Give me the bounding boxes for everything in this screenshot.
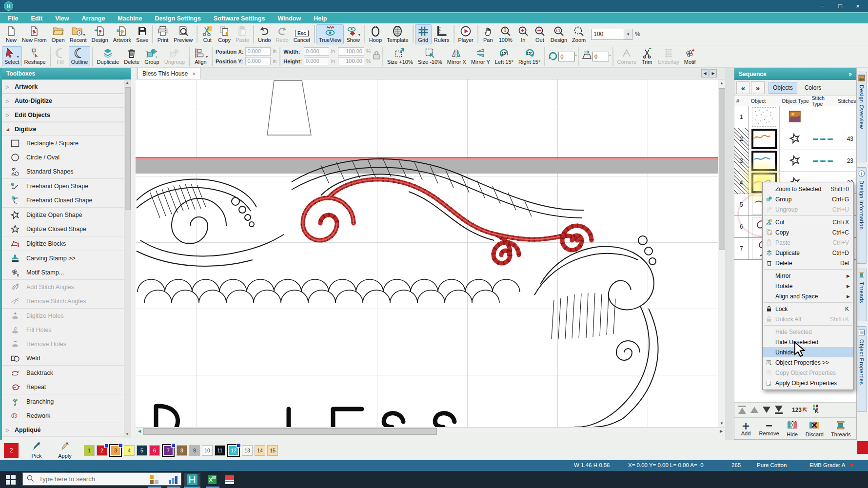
scale-x-input[interactable]: 100.00 xyxy=(338,47,364,56)
menu-item-paste[interactable]: PasteCtrl+V xyxy=(763,237,853,248)
align-button[interactable]: ▾Align xyxy=(191,46,210,66)
color-swatch-1[interactable]: 1 xyxy=(84,445,95,456)
save-button[interactable]: Save xyxy=(134,24,151,44)
minimize-button[interactable]: − xyxy=(817,2,828,10)
menu-item-delete[interactable]: DeleteDel xyxy=(763,258,853,268)
skew-angle-input[interactable]: 0 xyxy=(592,52,609,61)
menu-edit[interactable]: Edit xyxy=(31,15,43,22)
toolbox-item-freehand-closed[interactable]: Freehand Closed Shape xyxy=(2,193,131,207)
menu-file[interactable]: File xyxy=(8,15,19,22)
toolbox-group-digitize[interactable]: ◢Digitize xyxy=(2,122,131,136)
preview-button[interactable]: Preview xyxy=(171,24,195,44)
menu-item-unlock-all[interactable]: Unlock AllShift+K xyxy=(763,314,853,324)
scrollbar-thumb[interactable] xyxy=(143,428,437,435)
menu-window[interactable]: Window xyxy=(277,15,301,22)
mirror-y-button[interactable]: Mirror Y xyxy=(469,46,493,66)
template-button[interactable]: Template xyxy=(384,24,411,44)
resequence-by-number-button[interactable]: 123 xyxy=(792,407,808,413)
scroll-down-icon[interactable]: ▼ xyxy=(124,431,130,438)
hoop-button[interactable]: Hoop xyxy=(367,24,384,44)
tab-threads[interactable]: Threads xyxy=(857,269,867,321)
toolbox-item-add-stitch-angles[interactable]: Add Stitch Angles xyxy=(2,279,131,294)
toolbox-item-branching[interactable]: Branching xyxy=(2,394,131,409)
rotate-left-15-button[interactable]: 15°Left 15° xyxy=(493,46,516,66)
restore-button[interactable]: □ xyxy=(835,2,846,10)
add-button[interactable]: ＋Add xyxy=(740,421,752,436)
grid-button[interactable]: Grid xyxy=(415,24,432,44)
toolbox-scrollbar[interactable]: ▲ ▼ xyxy=(124,79,131,438)
move-down-button[interactable] xyxy=(763,407,770,413)
toolbox-item-redwork[interactable]: Redwork xyxy=(2,409,131,423)
menu-item-group[interactable]: GroupCtrl+G xyxy=(763,194,853,204)
trim-button[interactable]: Trim xyxy=(639,46,655,66)
toolbox-item-weld[interactable]: Weld xyxy=(2,351,131,365)
toolbox-item-digitize-closed-shape[interactable]: Digitize Closed Shape xyxy=(2,222,131,236)
aspect-lock-icon[interactable] xyxy=(372,50,381,63)
toolbox-item-remove-stitch-angles[interactable]: Remove Stitch Angles xyxy=(2,294,131,308)
size-down-button[interactable]: Size -10% xyxy=(415,46,445,66)
fill-button[interactable]: Fill xyxy=(52,46,69,66)
scroll-up-icon[interactable]: ▲ xyxy=(124,79,130,86)
scale-y-input[interactable]: 100.00 xyxy=(338,57,364,65)
toolbox-group-applique[interactable]: ▷Appliqué xyxy=(2,423,131,437)
toolbox-item-digitize-holes[interactable]: Digitize Holes xyxy=(2,308,131,323)
menu-arrange[interactable]: Arrange xyxy=(81,15,105,22)
color-swatch-5[interactable]: 5 xyxy=(137,445,147,456)
resequence-by-color-button[interactable] xyxy=(812,404,820,415)
height-input[interactable]: 0.000 xyxy=(304,57,329,65)
artwork-button[interactable]: Artwork xyxy=(111,24,134,44)
toolbox-item-digitize-open-shape[interactable]: Digitize Open Shape xyxy=(2,207,131,222)
corners-button[interactable]: Corners xyxy=(615,46,639,66)
close-button[interactable]: × xyxy=(852,2,863,10)
toolbox-item-backtrack[interactable]: Backtrack xyxy=(2,365,131,380)
paste-button[interactable]: Paste xyxy=(233,24,252,44)
rotate-angle-input[interactable]: 0 xyxy=(558,52,575,61)
taskbar-app-chart[interactable] xyxy=(167,473,179,486)
taskbar-app-hatch-active[interactable] xyxy=(184,473,200,486)
reshape-tool-button[interactable]: Reshape xyxy=(22,46,48,66)
pick-color-button[interactable]: Pick xyxy=(26,442,47,459)
color-swatch-3[interactable]: 3 xyxy=(109,444,122,457)
menu-item-mirror[interactable]: Mirror▶ xyxy=(763,271,853,281)
next-color-button[interactable]: » xyxy=(751,81,765,94)
recent-button[interactable]: ▾Recent xyxy=(67,24,89,44)
color-swatch-11[interactable]: 11 xyxy=(215,445,225,456)
menu-item-hide-selected[interactable]: Hide Selected xyxy=(763,327,853,337)
color-swatch-6[interactable]: 6 xyxy=(149,445,160,456)
delete-button[interactable]: Delete xyxy=(121,46,142,66)
color-swatch-13[interactable]: 13 xyxy=(242,445,253,456)
tab-design-overview[interactable]: Design Overview xyxy=(857,72,867,162)
remove-button[interactable]: −Remove xyxy=(759,421,779,436)
cancel-button[interactable]: EscCancel xyxy=(291,24,313,44)
toolbox-item-standard-shapes[interactable]: Standard Shapes xyxy=(2,164,131,178)
open-button[interactable]: Open xyxy=(49,24,67,44)
sequence-row-1[interactable]: 1 xyxy=(734,106,856,128)
color-swatch-8[interactable]: 8 xyxy=(177,445,187,456)
toolbox-group-edit-objects[interactable]: ▷Edit Objects xyxy=(2,108,131,122)
scroll-right-icon[interactable]: ▶ xyxy=(718,428,725,434)
redo-button[interactable]: Redo xyxy=(273,24,291,44)
position-y-input[interactable]: 0.000 xyxy=(245,57,271,65)
move-to-top-button[interactable] xyxy=(738,406,746,414)
width-input[interactable]: 0.000 xyxy=(304,47,329,56)
ungroup-button[interactable]: Ungroup xyxy=(162,46,187,66)
tab-scroll-left-icon[interactable]: ◀ xyxy=(701,69,709,78)
tab-design-information[interactable]: i Design Information xyxy=(857,167,867,264)
motif-button[interactable]: Motif xyxy=(682,46,698,66)
zoom-out-button[interactable]: Out xyxy=(532,24,548,44)
taskbar-app-excel[interactable] xyxy=(206,473,218,486)
tab-object-properties[interactable]: Object Properties xyxy=(857,326,867,412)
print-button[interactable]: Print xyxy=(155,24,171,44)
toolbox-group-auto-digitize[interactable]: ▷Auto-Digitize xyxy=(2,94,131,108)
menu-item-duplicate[interactable]: DuplicateCtrl+D xyxy=(763,248,853,258)
zoom-box-button[interactable]: Zoom xyxy=(570,24,588,44)
move-to-bottom-button[interactable] xyxy=(775,406,783,414)
zoom-in-button[interactable]: In xyxy=(515,24,532,44)
select-tool-button[interactable]: ▾Select xyxy=(2,46,22,66)
taskbar-app-mail[interactable] xyxy=(223,473,236,486)
toolbox-item-fill-holes[interactable]: Fill Holes xyxy=(2,323,131,337)
scroll-down-icon[interactable]: ▼ xyxy=(718,420,725,427)
show-button[interactable]: ▾Show xyxy=(344,24,363,44)
toolbox-item-motif-stamp[interactable]: Motif Stamp... xyxy=(2,265,131,279)
design-import-button[interactable]: Design xyxy=(89,24,111,44)
